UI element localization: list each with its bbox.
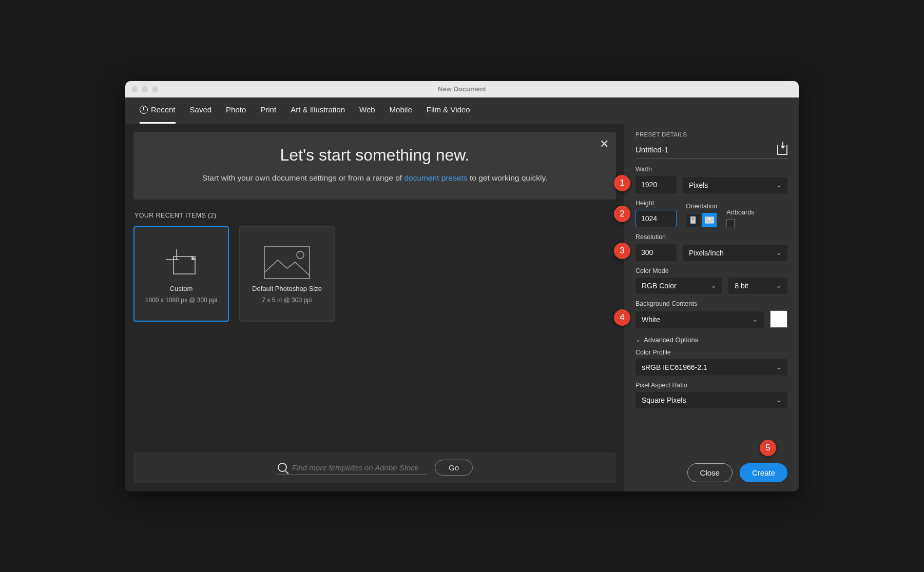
svg-rect-7 [691,221,695,223]
advanced-options-toggle[interactable]: ⌄Advanced Options [636,336,787,344]
background-color-swatch[interactable] [770,310,787,328]
annotation-4: 4 [614,309,630,326]
window-title: New Document [125,85,799,93]
chevron-down-icon: ⌄ [776,249,781,257]
chevron-down-icon: ⌄ [776,282,781,289]
tab-recent[interactable]: Recent [140,97,176,124]
tab-print[interactable]: Print [260,97,276,124]
tab-film-video[interactable]: Film & Video [427,97,470,124]
banner-text: Start with your own document settings or… [148,172,602,185]
svg-point-6 [692,218,694,220]
svg-rect-3 [264,247,310,279]
titlebar: New Document [125,81,799,97]
preset-card-custom[interactable]: Custom 1800 x 1080 px @ 300 ppi [133,226,229,322]
preset-details-panel: PRESET DETAILS Untitled-1 Width 1 Pixels… [624,124,799,491]
recent-items-label: YOUR RECENT ITEMS (2) [134,212,616,219]
annotation-1: 1 [614,175,630,191]
recent-items-grid: Custom 1800 x 1080 px @ 300 ppi Default … [133,226,616,322]
resolution-input[interactable] [636,244,677,261]
chevron-down-icon: ⌄ [776,397,781,404]
tab-art-illustration[interactable]: Art & Illustration [291,97,345,124]
svg-point-9 [708,218,710,220]
tab-saved[interactable]: Saved [190,97,212,124]
color-mode-select[interactable]: RGB Color⌄ [636,278,722,294]
stock-search-input[interactable] [292,463,426,472]
annotation-5: 5 [760,440,776,456]
close-icon[interactable]: ✕ [600,139,609,150]
orientation-portrait-button[interactable] [686,213,700,227]
width-input[interactable] [636,176,677,193]
custom-preset-icon [162,245,200,281]
tab-mobile[interactable]: Mobile [390,97,412,124]
annotation-3: 3 [614,243,630,259]
chevron-down-icon: ⌄ [636,336,641,343]
left-panel: Let's start something new. Start with yo… [125,124,624,491]
preset-details-label: PRESET DETAILS [636,131,787,137]
category-tabs: Recent Saved Photo Print Art & Illustrat… [125,97,799,124]
go-button[interactable]: Go [435,460,473,476]
height-input[interactable] [636,210,677,227]
preset-card-default[interactable]: Default Photoshop Size 7 x 5 in @ 300 pp… [239,226,335,322]
create-button[interactable]: Create [740,463,787,482]
artboards-checkbox[interactable] [726,219,735,227]
image-preset-icon [263,245,311,281]
chevron-down-icon: ⌄ [753,316,758,323]
resolution-unit-select[interactable]: Pixels/Inch⌄ [683,245,787,261]
chevron-down-icon: ⌄ [711,282,716,289]
intro-banner: Let's start something new. Start with yo… [133,132,616,200]
banner-heading: Let's start something new. [148,146,602,165]
save-preset-icon[interactable] [777,145,787,155]
svg-rect-10 [707,221,711,223]
background-contents-select[interactable]: White⌄ [636,311,764,328]
width-unit-select[interactable]: Pixels⌄ [683,177,787,193]
color-profile-select[interactable]: sRGB IEC61966-2.1⌄ [636,359,787,376]
stock-search-bar: Go [133,452,616,483]
preset-name-field[interactable]: Untitled-1 [636,145,668,154]
new-document-window: New Document Recent Saved Photo Print Ar… [125,81,799,491]
orientation-landscape-button[interactable] [702,213,717,227]
recent-icon [140,106,148,114]
document-presets-link[interactable]: document presets [404,173,467,182]
chevron-down-icon: ⌄ [776,364,781,371]
annotation-2: 2 [614,206,630,222]
chevron-down-icon: ⌄ [776,182,781,189]
tab-photo[interactable]: Photo [226,97,246,124]
tab-web[interactable]: Web [359,97,375,124]
pixel-aspect-ratio-select[interactable]: Square Pixels⌄ [636,392,787,408]
svg-point-4 [297,251,304,259]
close-button[interactable]: Close [687,463,733,482]
bit-depth-select[interactable]: 8 bit⌄ [728,278,787,294]
search-icon [278,463,287,472]
